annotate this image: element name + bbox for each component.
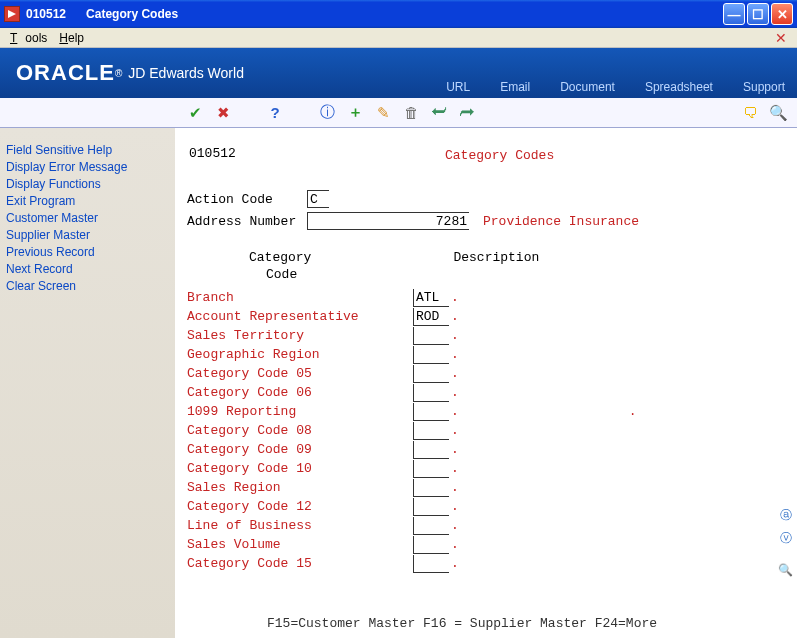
category-row: Category Code 09.	[187, 440, 785, 459]
maximize-button[interactable]: ☐	[747, 3, 769, 25]
category-code-input[interactable]	[413, 517, 449, 535]
edit-icon[interactable]: ✎	[374, 104, 392, 122]
sidebar-item[interactable]: Exit Program	[6, 193, 169, 210]
sidebar-item[interactable]: Previous Record	[6, 244, 169, 261]
address-number-input[interactable]	[307, 212, 469, 230]
category-code-input[interactable]	[413, 365, 449, 383]
window-title: Category Codes	[86, 7, 178, 21]
sidebar-item[interactable]: Display Error Message	[6, 159, 169, 176]
menu-help[interactable]: Help	[55, 31, 88, 45]
dot-icon: .	[451, 290, 459, 305]
window-titlebar: 010512 Category Codes — ☐ ✕	[0, 0, 797, 28]
category-label: Category Code 09	[187, 442, 413, 457]
sidebar-item[interactable]: Customer Master	[6, 210, 169, 227]
dot-icon: .	[451, 499, 459, 514]
brand-bar: ORACLE® JD Edwards World URL Email Docum…	[0, 48, 797, 98]
prev-icon[interactable]: ⮨	[430, 104, 448, 122]
page-title: Category Codes	[445, 148, 554, 163]
category-row: Category Code 06.	[187, 383, 785, 402]
search-icon[interactable]: 🔍	[769, 104, 787, 122]
minimize-button[interactable]: —	[723, 3, 745, 25]
category-row: Sales Volume.	[187, 535, 785, 554]
category-row: 1099 Reporting..	[187, 402, 785, 421]
sidebar-item[interactable]: Clear Screen	[6, 278, 169, 295]
delete-icon[interactable]: 🗑	[402, 104, 420, 122]
brand-subtitle: JD Edwards World	[128, 65, 244, 81]
app-icon	[4, 6, 20, 22]
sidebar-item[interactable]: Display Functions	[6, 176, 169, 193]
category-code-input[interactable]	[413, 441, 449, 459]
dot-icon: .	[451, 537, 459, 552]
category-label: Category Code 06	[187, 385, 413, 400]
sidebar-item[interactable]: Supplier Master	[6, 227, 169, 244]
category-row: Branch.	[187, 288, 785, 307]
category-code-input[interactable]	[413, 536, 449, 554]
help-icon[interactable]: ?	[266, 104, 284, 122]
description-header: Description	[453, 250, 539, 265]
category-code-input[interactable]	[413, 346, 449, 364]
link-url[interactable]: URL	[446, 80, 470, 94]
link-email[interactable]: Email	[500, 80, 530, 94]
brand-links: URL Email Document Spreadsheet Support	[446, 80, 785, 94]
category-label: Branch	[187, 290, 413, 305]
category-code-input[interactable]	[413, 384, 449, 402]
scroll-controls: ⓐ ⓥ 🔍	[778, 507, 793, 578]
oracle-logo: ORACLE	[16, 60, 115, 86]
category-code-input[interactable]	[413, 479, 449, 497]
scroll-down-icon[interactable]: ⓥ	[780, 530, 792, 547]
menubar-corner-icon: ✕	[771, 30, 791, 46]
info-icon[interactable]: ⓘ	[318, 104, 336, 122]
category-label: Line of Business	[187, 518, 413, 533]
action-code-input[interactable]	[307, 190, 329, 208]
category-code-input[interactable]	[413, 308, 449, 326]
close-button[interactable]: ✕	[771, 3, 793, 25]
category-code-input[interactable]	[413, 422, 449, 440]
dot-icon: .	[451, 309, 459, 324]
window-code: 010512	[26, 7, 66, 21]
scroll-up-icon[interactable]: ⓐ	[780, 507, 792, 524]
category-label: Category Code 10	[187, 461, 413, 476]
dot-icon: .	[451, 328, 459, 343]
dot-icon: .	[451, 347, 459, 362]
action-code-label: Action Code	[187, 192, 307, 207]
dot-icon: .	[451, 385, 459, 400]
category-table: Branch.Account Representative.Sales Terr…	[187, 288, 785, 573]
dot-icon: .	[451, 423, 459, 438]
category-header: Category	[249, 250, 311, 265]
next-icon[interactable]: ⮫	[458, 104, 476, 122]
category-code-input[interactable]	[413, 289, 449, 307]
main-area: 010512 Category Codes Action Code Addres…	[175, 128, 797, 638]
address-number-label: Address Number	[187, 214, 307, 229]
category-row: Category Code 12.	[187, 497, 785, 516]
category-label: Sales Volume	[187, 537, 413, 552]
category-code-input[interactable]	[413, 403, 449, 421]
add-icon[interactable]: ＋	[346, 104, 364, 122]
cancel-icon[interactable]: ✖	[214, 104, 232, 122]
sidebar-item[interactable]: Next Record	[6, 261, 169, 278]
link-document[interactable]: Document	[560, 80, 615, 94]
category-row: Account Representative.	[187, 307, 785, 326]
category-row: Sales Territory.	[187, 326, 785, 345]
category-code-input[interactable]	[413, 460, 449, 478]
category-label: Category Code 08	[187, 423, 413, 438]
category-code-input[interactable]	[413, 327, 449, 345]
category-code-input[interactable]	[413, 498, 449, 516]
category-row: Sales Region.	[187, 478, 785, 497]
link-support[interactable]: Support	[743, 80, 785, 94]
footer-function-keys: F15=Customer Master F16 = Supplier Maste…	[267, 616, 657, 631]
annotate-icon[interactable]: 🗨	[741, 104, 759, 122]
sidebar: Field Sensitive Help Display Error Messa…	[0, 128, 175, 638]
sidebar-item[interactable]: Field Sensitive Help	[6, 142, 169, 159]
category-label: Category Code 12	[187, 499, 413, 514]
program-id: 010512	[189, 146, 236, 161]
category-code-input[interactable]	[413, 555, 449, 573]
dot-icon: .	[451, 556, 459, 571]
category-label: Sales Territory	[187, 328, 413, 343]
link-spreadsheet[interactable]: Spreadsheet	[645, 80, 713, 94]
ok-icon[interactable]: ✔	[186, 104, 204, 122]
category-label: Account Representative	[187, 309, 413, 324]
column-headers: Category Description	[187, 250, 785, 265]
zoom-icon[interactable]: 🔍	[778, 563, 793, 578]
dot-icon: .	[451, 404, 459, 419]
menu-tools[interactable]: Tools	[6, 31, 51, 45]
